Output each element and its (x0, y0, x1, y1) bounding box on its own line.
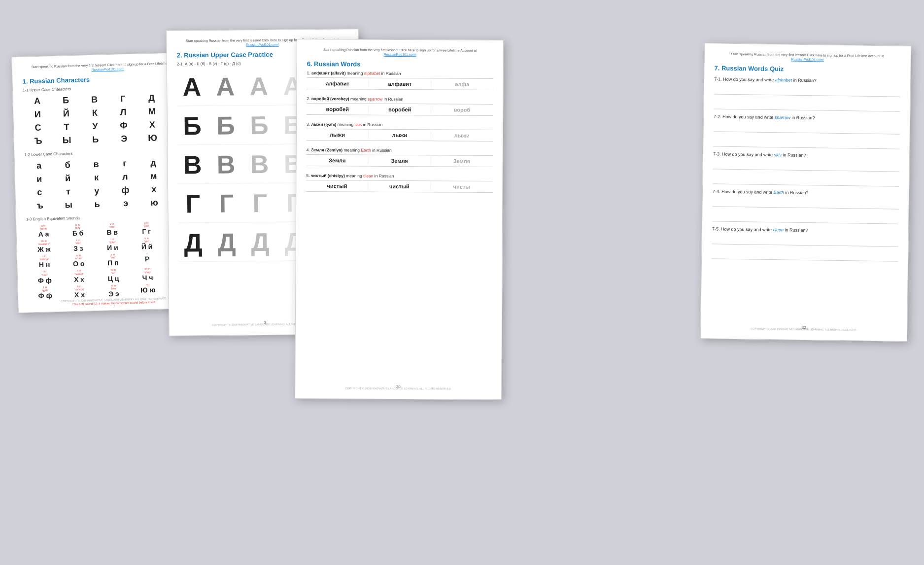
practice-char-В-1: В (177, 150, 207, 180)
char-й: й (53, 172, 82, 185)
char-К: К (80, 106, 109, 120)
equiv-nn: n in'normal' Н н (27, 254, 62, 269)
equiv-yy: y in'yet' Й й (130, 237, 164, 251)
equiv-yuyu: yu Ю ю (131, 282, 165, 297)
char-Г: Г (108, 93, 137, 106)
equiv-hh: h in'helmet' Х х (62, 269, 96, 283)
char-И: И (23, 108, 52, 121)
quiz-answer-line-4 (713, 196, 899, 210)
word-practice-5: чистый чистый чисты (306, 180, 492, 193)
word-meaning-5: 5. чистый (chistyy) meaning clean in Rus… (306, 173, 492, 179)
char-ю: ю (140, 196, 169, 210)
page-russian-words: Start speaking Russian from the very fir… (295, 39, 504, 400)
page3-section-title: 6. Russian Words (307, 60, 493, 69)
equiv-zhzh: zh in'measure' Ж ж (27, 239, 61, 254)
page2-number: 3 (264, 320, 266, 325)
page-russian-words-quiz: Start speaking Russian from the very fir… (700, 43, 911, 342)
practice-char-Б-2: Б (211, 111, 241, 141)
word-practice-2: воробей воробей вороб (307, 103, 493, 116)
char-г: г (110, 157, 139, 171)
equiv-oo: o in'order' О о (61, 253, 96, 268)
word-entry-3: 3. лыжи (lyzhi) meaning skis in Russian … (307, 122, 493, 141)
practice-char-А-3: А (244, 71, 274, 102)
equiv-ee: e in'hen' Э э (97, 283, 131, 298)
page4-header-link[interactable]: RussianPod101.com! (791, 58, 824, 62)
equiv-zz: z in'zoo' З з (61, 238, 96, 253)
quiz-answer-line-5b (712, 248, 898, 262)
practice-char-Д-1: Д (178, 228, 208, 258)
quiz-question-5: 7-5. How do you say and write clean in R… (712, 227, 898, 234)
page3-number: 30 (396, 385, 401, 389)
char-Т: Т (52, 121, 81, 134)
word-practice-1: алфавит алфавит алфа (307, 77, 493, 90)
quiz-answer-line-5 (712, 234, 898, 247)
word-entry-2: 2. воробей (vorobey) meaning sparrow in … (307, 96, 493, 116)
char-Ъ: Ъ (24, 135, 53, 148)
word-meaning-1: 1. алфавит (alfavit) meaning alphabet in… (307, 71, 493, 76)
equiv-pp: p in'pot' П п (96, 252, 130, 267)
quiz-answer-line-3b (713, 174, 899, 187)
scene: Start speaking Russian from the very fir… (0, 0, 924, 565)
practice-char-Г-2: Г (211, 189, 241, 219)
page1-number: 1 (113, 303, 115, 307)
word-entry-4: 4. Земля (Zemlya) meaning Earth in Russi… (307, 147, 493, 167)
equiv-bb: b in'bog' Б б (61, 223, 95, 238)
char-Х: Х (138, 118, 167, 132)
equiv-tsts: ts in'its' Ц ц (96, 268, 131, 282)
char-д: д (139, 156, 168, 170)
word-practice-4: Земля Земля Земля (307, 154, 493, 167)
word-meaning-4: 4. Земля (Zemlya) meaning Earth in Russi… (307, 147, 493, 153)
char-Ь: Ь (81, 133, 110, 146)
quiz-answer-line-1b (714, 99, 900, 112)
quiz-answer-line-2b (713, 136, 899, 149)
practice-char-В-2: В (211, 150, 241, 180)
practice-char-Д-3: Д (245, 227, 275, 257)
page4-header: Start speaking Russian from the very fir… (715, 51, 901, 63)
char-В: В (80, 93, 109, 106)
practice-char-А-1: А (177, 72, 207, 102)
char-Д: Д (137, 92, 166, 105)
char-ь: ь (83, 198, 112, 211)
word-practice-3: лыжи лыжи лыжи (307, 129, 493, 141)
practice-char-Д-2: Д (212, 228, 242, 258)
char-т: т (54, 185, 83, 199)
equiv-gym: f in'gym' Ф ф (28, 285, 62, 300)
char-л: л (110, 171, 139, 184)
page3-header-link[interactable]: RussianPod101.com! (383, 53, 416, 56)
char-Ф: Ф (109, 119, 138, 133)
equiv-aa: a in'father' А а (26, 224, 61, 239)
equiv-chch: ch in'shop' Ч ч (130, 267, 165, 282)
char-и: и (25, 173, 54, 186)
equiv-r: r Р (130, 252, 165, 267)
word-meaning-3: 3. лыжи (lyzhi) meaning skis in Russian (307, 122, 493, 128)
equiv-vv: v in'vine' В в (95, 222, 129, 237)
practice-char-Г-1: Г (178, 189, 208, 219)
quiz-question-3: 7-3. How do you say and write skis in Ru… (713, 152, 899, 159)
page3-header: Start speaking Russian from the very fir… (307, 47, 493, 57)
char-Л: Л (109, 106, 138, 119)
practice-char-Б-1: Б (177, 111, 207, 141)
practice-char-А-2: А (210, 72, 240, 102)
quiz-answer-line-4b (712, 211, 898, 224)
char-к: к (82, 171, 111, 184)
word-meaning-2: 2. воробей (vorobey) meaning sparrow in … (307, 96, 493, 102)
char-Ю: Ю (138, 132, 167, 145)
char-ъ: ъ (26, 199, 55, 212)
quiz-answer-line-3 (713, 159, 899, 172)
char-М: М (137, 105, 167, 118)
word-entry-5: 5. чистый (chistyy) meaning clean in Rus… (306, 173, 492, 193)
char-А: А (23, 95, 52, 108)
char-э: э (111, 197, 140, 211)
quiz-answer-line-2 (714, 121, 900, 135)
char-С: С (24, 121, 53, 135)
equiv-gg: g in'god' Г г (129, 221, 164, 236)
quiz-answer-line-1 (714, 84, 900, 97)
equiv-canyon: h in'canyon' Х х (62, 284, 97, 299)
quiz-question-1: 7-1. How do you say and write alphabet i… (714, 77, 900, 84)
equiv-ii: i in'igloo' И и (95, 237, 130, 252)
char-ф: ф (111, 184, 140, 197)
practice-char-Б-3: Б (244, 110, 274, 141)
page2-header-link[interactable]: RussianPod101.com! (246, 43, 279, 47)
page1-header-link[interactable]: RussianPod101.com! (92, 67, 125, 71)
practice-char-В-3: В (244, 149, 274, 179)
